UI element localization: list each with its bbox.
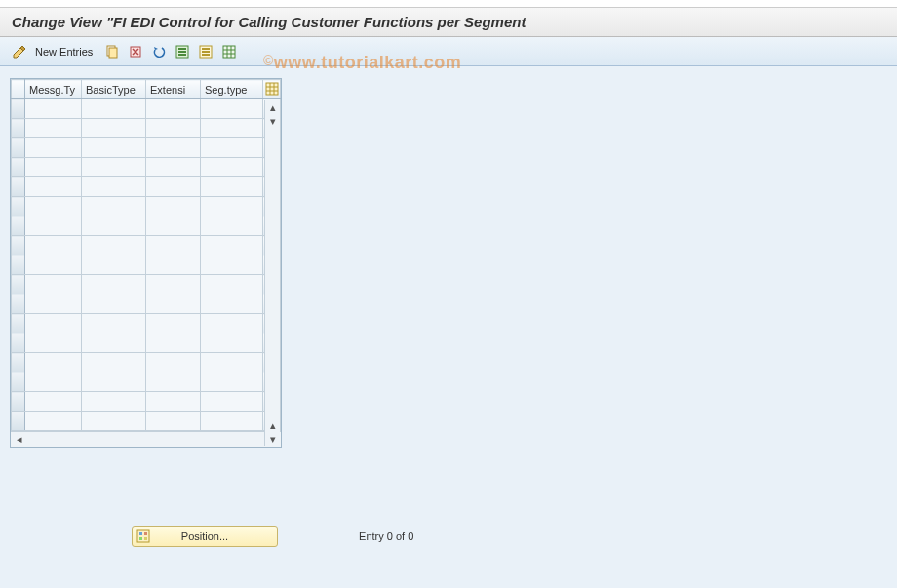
cell-basictype[interactable] [82,119,146,138]
cell-messgty[interactable] [25,236,82,255]
cell-segtype[interactable] [201,158,263,177]
change-icon[interactable] [10,42,29,61]
undo-icon[interactable] [149,42,169,61]
cell-extensi[interactable] [146,119,201,138]
cell-basictype[interactable] [82,216,146,236]
table-row[interactable] [12,216,281,236]
cell-extensi[interactable] [146,138,201,158]
cell-messgty[interactable] [25,353,82,372]
row-selector[interactable] [12,177,25,197]
column-header-messgty[interactable]: Messg.Ty [25,80,82,99]
new-entries-button[interactable]: New Entries [33,42,98,61]
cell-basictype[interactable] [82,197,146,216]
row-selector[interactable] [12,294,25,314]
cell-segtype[interactable] [201,275,263,294]
cell-messgty[interactable] [25,119,82,138]
cell-segtype[interactable] [201,353,263,372]
cell-basictype[interactable] [82,177,146,197]
cell-basictype[interactable] [82,275,146,294]
table-row[interactable] [12,412,281,431]
table-row[interactable] [12,314,281,333]
cell-messgty[interactable] [25,99,82,119]
cell-segtype[interactable] [201,255,263,275]
cell-extensi[interactable] [146,158,201,177]
cell-segtype[interactable] [201,314,263,333]
column-header-extensi[interactable]: Extensi [146,80,201,99]
scroll-up-icon[interactable]: ▴ [266,100,280,114]
table-settings-icon[interactable] [219,42,239,61]
row-selector[interactable] [12,353,25,372]
table-row[interactable] [12,197,281,216]
scroll-down-bottom-icon[interactable]: ▾ [266,432,280,446]
cell-basictype[interactable] [82,236,146,255]
scroll-down-icon[interactable]: ▾ [266,114,280,128]
cell-messgty[interactable] [25,216,82,236]
row-selector[interactable] [12,197,25,216]
cell-basictype[interactable] [82,294,146,314]
table-row[interactable] [12,119,281,138]
cell-messgty[interactable] [25,412,82,431]
row-selector[interactable] [12,138,25,158]
cell-extensi[interactable] [146,412,201,431]
cell-extensi[interactable] [146,255,201,275]
cell-basictype[interactable] [82,314,146,333]
column-header-basictype[interactable]: BasicType [82,80,146,99]
cell-extensi[interactable] [146,197,201,216]
cell-basictype[interactable] [82,392,146,412]
scroll-up-bottom-icon[interactable]: ▴ [266,418,280,432]
cell-basictype[interactable] [82,138,146,158]
row-selector[interactable] [12,236,25,255]
row-selector[interactable] [12,275,25,294]
table-row[interactable] [12,158,281,177]
cell-segtype[interactable] [201,216,263,236]
cell-segtype[interactable] [201,333,263,353]
cell-messgty[interactable] [25,177,82,197]
table-row[interactable] [12,99,281,119]
table-row[interactable] [12,177,281,197]
table-row[interactable] [12,372,281,392]
horizontal-scrollbar[interactable]: ◂ ▸ [11,431,281,447]
cell-extensi[interactable] [146,275,201,294]
table-config-button[interactable] [263,80,281,99]
row-selector[interactable] [12,158,25,177]
cell-messgty[interactable] [25,138,82,158]
cell-segtype[interactable] [201,138,263,158]
cell-extensi[interactable] [146,99,201,119]
cell-segtype[interactable] [201,197,263,216]
cell-extensi[interactable] [146,353,201,372]
table-row[interactable] [12,138,281,158]
cell-messgty[interactable] [25,158,82,177]
deselect-all-icon[interactable] [196,42,215,61]
data-table[interactable]: Messg.Ty BasicType Extensi Seg.type [11,79,281,431]
delete-icon[interactable] [126,42,145,61]
cell-messgty[interactable] [25,392,82,412]
cell-basictype[interactable] [82,99,146,119]
table-row[interactable] [12,353,281,372]
row-selector[interactable] [12,119,25,138]
cell-basictype[interactable] [82,255,146,275]
cell-basictype[interactable] [82,412,146,431]
copy-icon[interactable] [102,42,122,61]
cell-messgty[interactable] [25,197,82,216]
row-selector[interactable] [12,216,25,236]
row-selector[interactable] [12,314,25,333]
select-all-row-header[interactable] [12,80,25,99]
row-selector[interactable] [12,372,25,392]
cell-segtype[interactable] [201,177,263,197]
cell-extensi[interactable] [146,392,201,412]
hscroll-track[interactable] [26,435,265,445]
cell-segtype[interactable] [201,372,263,392]
cell-messgty[interactable] [25,333,82,353]
cell-messgty[interactable] [25,255,82,275]
column-header-segtype[interactable]: Seg.type [201,80,263,99]
cell-messgty[interactable] [25,372,82,392]
cell-extensi[interactable] [146,333,201,353]
cell-extensi[interactable] [146,294,201,314]
position-button[interactable]: Position... [132,526,278,547]
row-selector[interactable] [12,392,25,412]
cell-segtype[interactable] [201,99,263,119]
cell-basictype[interactable] [82,158,146,177]
cell-segtype[interactable] [201,412,263,431]
cell-extensi[interactable] [146,236,201,255]
cell-extensi[interactable] [146,177,201,197]
